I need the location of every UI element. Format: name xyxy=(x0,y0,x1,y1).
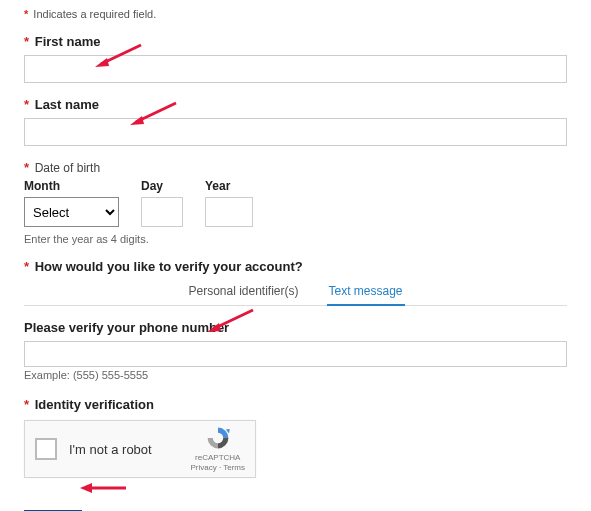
tab-personal-identifiers[interactable]: Personal identifier(s) xyxy=(186,280,300,302)
required-note: * Indicates a required field. xyxy=(24,8,567,20)
dob-field: * Date of birth Month Select Day Year En… xyxy=(24,160,567,245)
phone-label: Please verify your phone number xyxy=(24,320,567,335)
dob-day-label: Day xyxy=(141,179,183,193)
required-note-text: Indicates a required field. xyxy=(33,8,156,20)
tab-text-message[interactable]: Text message xyxy=(327,280,405,306)
identity-label-text: Identity verification xyxy=(35,397,154,412)
phone-field: Please verify your phone number Example:… xyxy=(24,320,567,381)
required-star-icon: * xyxy=(24,160,29,175)
identity-label: * Identity verification xyxy=(24,397,567,412)
dob-day-input[interactable] xyxy=(141,197,183,227)
dob-label-text: Date of birth xyxy=(35,161,100,175)
dob-year-col: Year xyxy=(205,179,253,227)
identity-field: * Identity verification I'm not a robot … xyxy=(24,397,567,478)
recaptcha-links[interactable]: Privacy · Terms xyxy=(190,463,245,473)
first-name-input[interactable] xyxy=(24,55,567,83)
required-star-icon: * xyxy=(24,259,29,274)
required-star-icon: * xyxy=(24,97,29,112)
verify-method-label: * How would you like to verify your acco… xyxy=(24,259,567,274)
recaptcha-checkbox[interactable] xyxy=(35,438,57,460)
required-star-icon: * xyxy=(24,34,29,49)
first-name-field: * First name xyxy=(24,34,567,83)
dob-hint: Enter the year as 4 digits. xyxy=(24,233,567,245)
dob-month-select[interactable]: Select xyxy=(24,197,119,227)
dob-month-label: Month xyxy=(24,179,119,193)
dob-year-input[interactable] xyxy=(205,197,253,227)
dob-row: Month Select Day Year xyxy=(24,179,567,227)
dob-month-col: Month Select xyxy=(24,179,119,227)
first-name-label-text: First name xyxy=(35,34,101,49)
recaptcha-branding: reCAPTCHA Privacy · Terms xyxy=(190,425,245,472)
dob-year-label: Year xyxy=(205,179,253,193)
dob-day-col: Day xyxy=(141,179,183,227)
verify-method-label-text: How would you like to verify your accoun… xyxy=(35,259,303,274)
recaptcha-widget: I'm not a robot reCAPTCHA Privacy · Term… xyxy=(24,420,256,478)
last-name-field: * Last name xyxy=(24,97,567,146)
required-star-icon: * xyxy=(24,397,29,412)
verify-method-field: * How would you like to verify your acco… xyxy=(24,259,567,306)
first-name-label: * First name xyxy=(24,34,567,49)
recaptcha-logo-icon xyxy=(205,425,231,451)
recaptcha-brand-text: reCAPTCHA xyxy=(195,453,240,463)
required-star-icon: * xyxy=(24,8,28,20)
phone-input[interactable] xyxy=(24,341,567,367)
svg-marker-8 xyxy=(80,483,92,493)
phone-example: Example: (555) 555-5555 xyxy=(24,369,567,381)
verify-tabs: Personal identifier(s) Text message xyxy=(24,280,567,306)
recaptcha-text: I'm not a robot xyxy=(69,442,190,457)
last-name-label-text: Last name xyxy=(35,97,99,112)
dob-label: * Date of birth xyxy=(24,160,567,175)
last-name-input[interactable] xyxy=(24,118,567,146)
annotation-arrow-icon xyxy=(78,480,128,496)
last-name-label: * Last name xyxy=(24,97,567,112)
